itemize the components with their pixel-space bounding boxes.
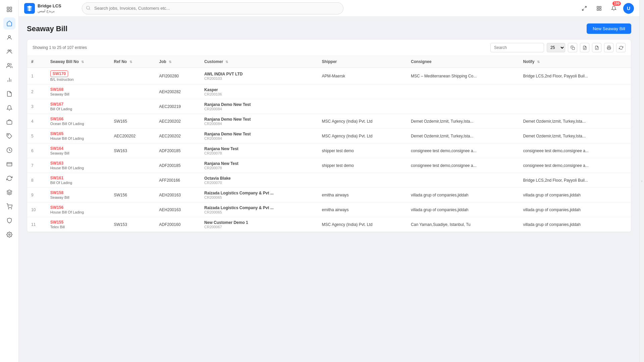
cell-notify bbox=[519, 99, 631, 114]
cell-consignee: villada grup of companies,jiddah bbox=[407, 188, 519, 202]
global-search[interactable] bbox=[82, 2, 343, 14]
cell-num: 1 bbox=[27, 68, 46, 84]
sidebar-item-docs[interactable] bbox=[3, 88, 15, 100]
sidebar-item-analytics[interactable] bbox=[3, 74, 15, 86]
cell-job: ADF200160 bbox=[155, 217, 200, 232]
bill-link[interactable]: SW155 bbox=[50, 220, 106, 225]
sidebar-item-cart[interactable] bbox=[3, 200, 15, 213]
sidebar-item-contact[interactable] bbox=[3, 60, 15, 72]
sidebar-item-settings[interactable] bbox=[3, 229, 15, 241]
col-shipper[interactable]: Shipper bbox=[318, 56, 407, 68]
cell-notify: consigneee test demo,consignee a... bbox=[519, 143, 631, 158]
col-customer[interactable]: Customer ⇅ bbox=[200, 56, 318, 68]
col-num: # bbox=[27, 56, 46, 68]
sidebar-item-users[interactable] bbox=[3, 46, 15, 58]
notifications-button[interactable]: 199 bbox=[608, 3, 619, 14]
sidebar-item-notifications[interactable] bbox=[3, 102, 15, 114]
bill-link[interactable]: SW166 bbox=[50, 117, 106, 121]
table-row[interactable]: 1 SW170 B/L Instruction AFI200280 AWL IN… bbox=[27, 68, 631, 84]
col-ref-no[interactable]: Ref No ⇅ bbox=[110, 56, 155, 68]
cell-notify bbox=[519, 84, 631, 99]
refresh-button[interactable] bbox=[616, 43, 626, 52]
table-row[interactable]: 6 SW164 Seaway Bill SW163 ADF200185 Ranj… bbox=[27, 143, 631, 158]
apps-button[interactable] bbox=[594, 3, 604, 14]
table-body: 1 SW170 B/L Instruction AFI200280 AWL IN… bbox=[27, 68, 631, 232]
print-button[interactable] bbox=[604, 43, 613, 52]
cell-ref-no: SW163 bbox=[110, 143, 155, 158]
bill-link[interactable]: SW165 bbox=[50, 131, 106, 136]
svg-point-7 bbox=[7, 63, 9, 65]
sidebar-item-security[interactable] bbox=[3, 215, 15, 227]
table-row[interactable]: 7 SW163 House Bill Of Lading ADF200185 R… bbox=[27, 158, 631, 173]
table-row[interactable]: 8 SW161 Bill Of Lading AFF200166 Octavia… bbox=[27, 173, 631, 188]
svg-line-23 bbox=[582, 9, 584, 10]
cell-bill-no: SW170 B/L Instruction bbox=[46, 68, 110, 84]
cell-shipper bbox=[318, 173, 407, 188]
bill-link[interactable]: SW168 bbox=[50, 87, 106, 92]
table-row[interactable]: 10 SW156 House Bill Of Lading AEH200163 … bbox=[27, 202, 631, 217]
table-card: Showing 1 to 25 of 107 entries 25 50 100 bbox=[27, 39, 631, 232]
cell-ref-no bbox=[110, 158, 155, 173]
bill-link[interactable]: SW158 bbox=[50, 190, 106, 195]
per-page-select[interactable]: 25 50 100 bbox=[547, 43, 565, 52]
csv-button[interactable] bbox=[580, 43, 589, 52]
sidebar-item-sync[interactable] bbox=[3, 172, 15, 184]
svg-point-12 bbox=[8, 134, 8, 135]
bill-link[interactable]: SW163 bbox=[50, 161, 106, 166]
svg-rect-1 bbox=[10, 7, 11, 9]
app-logo: Bridge LCS بريدج لبيس bbox=[24, 3, 78, 14]
cell-shipper bbox=[318, 99, 407, 114]
right-panel-toggle[interactable]: › bbox=[639, 0, 644, 362]
sidebar-item-dashboard[interactable] bbox=[3, 17, 15, 29]
cell-customer: Ranjana Demo New Test CR200084 bbox=[200, 129, 318, 143]
cell-job: AFI200280 bbox=[155, 68, 200, 84]
fullscreen-button[interactable] bbox=[579, 3, 590, 14]
sidebar-item-home[interactable] bbox=[3, 3, 15, 15]
table-row[interactable]: 3 SW167 Bill Of Lading AEC200219 Ranjana… bbox=[27, 99, 631, 114]
svg-point-4 bbox=[8, 36, 10, 38]
sidebar-item-cube[interactable] bbox=[3, 186, 15, 198]
copy-button[interactable] bbox=[568, 43, 577, 52]
cell-num: 2 bbox=[27, 84, 46, 99]
sidebar-item-tags[interactable] bbox=[3, 130, 15, 142]
col-consignee[interactable]: Consignee bbox=[407, 56, 519, 68]
bill-link[interactable]: SW156 bbox=[50, 205, 106, 210]
svg-rect-31 bbox=[608, 48, 610, 49]
sidebar-item-user[interactable] bbox=[3, 32, 15, 44]
table-row[interactable]: 2 SW168 Seaway Bill AEH200282 Kasper CR2… bbox=[27, 84, 631, 99]
table-row[interactable]: 9 SW158 Seaway Bill SW156 AEH200163 Raiz… bbox=[27, 188, 631, 202]
table-row[interactable]: 11 SW155 Telex Bill SW153 ADF200160 New … bbox=[27, 217, 631, 232]
table-search-input[interactable] bbox=[490, 43, 544, 52]
cell-consignee bbox=[407, 84, 519, 99]
cell-job: ADF200185 bbox=[155, 143, 200, 158]
cell-customer: Raizada Logistics Company & Pvt ... CR20… bbox=[200, 202, 318, 217]
cell-num: 11 bbox=[27, 217, 46, 232]
sidebar-item-billing[interactable] bbox=[3, 158, 15, 170]
bill-link[interactable]: SW161 bbox=[50, 176, 106, 180]
table-row[interactable]: 5 SW165 House Bill Of Lading AEC200202 A… bbox=[27, 129, 631, 143]
global-search-input[interactable] bbox=[82, 2, 343, 14]
bill-link[interactable]: SW164 bbox=[50, 146, 106, 151]
cell-bill-no: SW158 Seaway Bill bbox=[46, 188, 110, 202]
sidebar-item-packages[interactable] bbox=[3, 116, 15, 128]
col-bill-no[interactable]: Seaway Bill No ⇅ bbox=[46, 56, 110, 68]
cell-shipper: MSC Agency (India) Pvt. Ltd bbox=[318, 114, 407, 129]
seaway-bill-table: # Seaway Bill No ⇅ Ref No ⇅ Job ⇅ Custom… bbox=[27, 56, 631, 232]
cell-consignee: consigneee test demo,consignee a... bbox=[407, 158, 519, 173]
cell-job: ADF200185 bbox=[155, 158, 200, 173]
cell-consignee bbox=[407, 173, 519, 188]
excel-button[interactable] bbox=[592, 43, 601, 52]
user-avatar[interactable]: U bbox=[623, 3, 634, 14]
cell-shipper bbox=[318, 84, 407, 99]
svg-line-21 bbox=[89, 9, 90, 10]
table-row[interactable]: 4 SW166 Ocean Bill Of Lading SW165 AEC20… bbox=[27, 114, 631, 129]
bill-link[interactable]: SW167 bbox=[50, 102, 106, 107]
sidebar-item-time[interactable] bbox=[3, 144, 15, 156]
new-seaway-bill-button[interactable]: New Seaway Bill bbox=[587, 23, 631, 34]
svg-marker-16 bbox=[7, 190, 12, 193]
col-job[interactable]: Job ⇅ bbox=[155, 56, 200, 68]
bill-link[interactable]: SW170 bbox=[50, 70, 68, 77]
svg-rect-28 bbox=[572, 47, 574, 49]
col-notify[interactable]: Notify ⇅ bbox=[519, 56, 631, 68]
cell-consignee: consigneee test demo,consignee a... bbox=[407, 143, 519, 158]
